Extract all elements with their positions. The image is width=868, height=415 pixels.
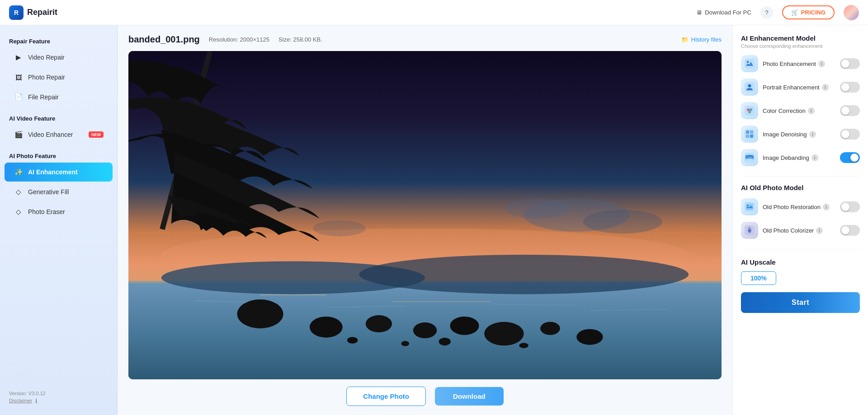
sidebar-item-video-repair[interactable]: ▶ Video Repair	[5, 48, 113, 67]
image-debanding-track	[840, 152, 860, 163]
svg-rect-41	[750, 135, 753, 138]
photo-eraser-label: Photo Eraser	[28, 208, 65, 215]
svg-rect-29	[745, 59, 755, 69]
ai-enhancement-subtitle: Choose corresponding enhancement	[741, 43, 860, 49]
svg-point-18	[484, 322, 524, 345]
svg-point-20	[576, 329, 603, 345]
download-button[interactable]: Download	[435, 387, 504, 406]
download-pc-label: Download For PC	[705, 9, 751, 16]
color-correction-info[interactable]: i	[808, 107, 815, 114]
image-denoising-icon-box	[741, 126, 758, 143]
old-photo-colorizer-thumb	[841, 226, 849, 234]
color-correction-toggle[interactable]	[840, 105, 860, 116]
svg-point-19	[540, 322, 560, 335]
svg-point-30	[747, 61, 749, 63]
svg-point-7	[359, 255, 689, 294]
color-correction-label: Color Correction	[763, 107, 806, 114]
svg-rect-38	[746, 131, 749, 134]
image-preview	[128, 51, 722, 379]
portrait-enhancement-toggle[interactable]	[840, 82, 860, 93]
help-icon[interactable]: ?	[760, 6, 773, 19]
old-photo-restoration-info[interactable]: i	[823, 204, 830, 210]
ai-photo-section-label: AI Photo Feature	[0, 149, 117, 162]
color-correction-icon-box	[741, 102, 758, 119]
color-correction-label-wrap: Color Correction i	[763, 107, 835, 114]
video-enhancer-label: Video Enhancer	[28, 131, 73, 138]
change-photo-button[interactable]: Change Photo	[346, 387, 426, 406]
photo-repair-icon: 🖼	[14, 72, 24, 82]
generative-fill-icon: ◇	[14, 187, 24, 197]
svg-point-9	[583, 210, 662, 233]
svg-point-35	[750, 108, 752, 111]
file-repair-label: File Repair	[28, 93, 59, 101]
portrait-enhancement-info[interactable]: i	[822, 84, 829, 91]
photo-enhancement-toggle[interactable]	[840, 58, 860, 69]
monitor-icon: 🖥	[696, 9, 702, 16]
header-right: 🖥 Download For PC ? 🛒 PRICING	[696, 5, 859, 20]
sidebar-item-file-repair[interactable]: 📄 File Repair	[5, 88, 113, 107]
svg-point-32	[748, 84, 751, 88]
folder-icon: 📁	[681, 36, 689, 43]
sidebar-bottom: Version: V3.0.12 Disclaimer ℹ	[0, 384, 117, 406]
svg-point-21	[347, 337, 358, 344]
old-photo-colorizer-info[interactable]: i	[816, 227, 823, 234]
image-denoising-track	[840, 129, 860, 140]
svg-point-17	[450, 317, 479, 335]
history-files-button[interactable]: 📁 History files	[681, 36, 722, 43]
video-enhancer-icon: 🎬	[14, 130, 24, 140]
svg-point-16	[413, 322, 437, 338]
sidebar-item-video-enhancer[interactable]: 🎬 Video Enhancer NEW	[5, 125, 113, 144]
repair-section-label: Repair Feature	[0, 34, 117, 47]
panel-divider-2	[741, 249, 860, 249]
photo-enhancement-thumb	[841, 60, 849, 68]
avatar[interactable]	[844, 5, 859, 20]
old-photo-colorizer-toggle[interactable]	[840, 225, 860, 236]
ai-enhancement-label: AI Enhancement	[28, 168, 78, 176]
sidebar-item-photo-repair[interactable]: 🖼 Photo Repair	[5, 68, 113, 87]
header: R Repairit 🖥 Download For PC ? 🛒 PRICING	[0, 0, 868, 25]
image-debanding-label: Image Debanding	[763, 154, 809, 161]
image-denoising-info[interactable]: i	[809, 131, 816, 138]
svg-point-22	[401, 341, 409, 346]
start-button[interactable]: Start	[741, 292, 860, 313]
svg-point-23	[439, 338, 451, 345]
sidebar-item-ai-enhancement[interactable]: ✨ AI Enhancement	[5, 163, 113, 182]
photo-eraser-icon: ◇	[14, 207, 24, 217]
old-photo-restoration-label: Old Photo Restoration	[763, 204, 821, 210]
old-photo-restoration-toggle[interactable]	[840, 201, 860, 212]
photo-enhancement-info[interactable]: i	[818, 61, 825, 67]
svg-point-45	[747, 205, 749, 206]
svg-point-34	[747, 108, 750, 111]
portrait-enhancement-icon-box	[741, 79, 758, 96]
image-debanding-icon-box	[741, 149, 758, 166]
download-pc-button[interactable]: 🖥 Download For PC	[696, 9, 751, 16]
sidebar-item-generative-fill[interactable]: ◇ Generative Fill	[5, 182, 113, 201]
disclaimer-link[interactable]: Disclaimer	[9, 398, 32, 403]
svg-rect-40	[746, 135, 749, 138]
photo-enhancement-label-wrap: Photo Enhancement i	[763, 61, 835, 67]
file-resolution: Resolution: 2000×1125	[209, 36, 269, 43]
svg-point-36	[748, 111, 751, 113]
upscale-value[interactable]: 100%	[741, 271, 776, 285]
panel-divider-1	[741, 176, 860, 177]
landscape-svg	[128, 51, 722, 379]
photo-repair-label: Photo Repair	[28, 74, 65, 81]
content-area: banded_001.png Resolution: 2000×1125 Siz…	[118, 25, 732, 415]
svg-rect-4	[260, 294, 326, 295]
image-debanding-toggle[interactable]	[840, 152, 860, 163]
old-photo-colorizer-track	[840, 225, 860, 236]
photo-enhancement-icon-box	[741, 55, 758, 72]
photo-enhancement-row: Photo Enhancement i	[741, 55, 860, 72]
right-panel: AI Enhancement Model Choose correspondin…	[732, 25, 868, 415]
pricing-button[interactable]: 🛒 PRICING	[782, 5, 835, 19]
disclaimer-info-icon: ℹ	[35, 398, 37, 403]
sidebar-item-photo-eraser[interactable]: ◇ Photo Eraser	[5, 202, 113, 221]
image-denoising-row: Image Denoising i	[741, 126, 860, 143]
color-correction-row: Color Correction i	[741, 102, 860, 119]
upscale-section: AI Upscale 100%	[741, 258, 860, 292]
image-debanding-label-wrap: Image Debanding i	[763, 154, 835, 161]
file-name: banded_001.png	[128, 34, 200, 45]
portrait-enhancement-track	[840, 82, 860, 93]
image-denoising-toggle[interactable]	[840, 129, 860, 140]
image-debanding-info[interactable]: i	[811, 154, 818, 161]
